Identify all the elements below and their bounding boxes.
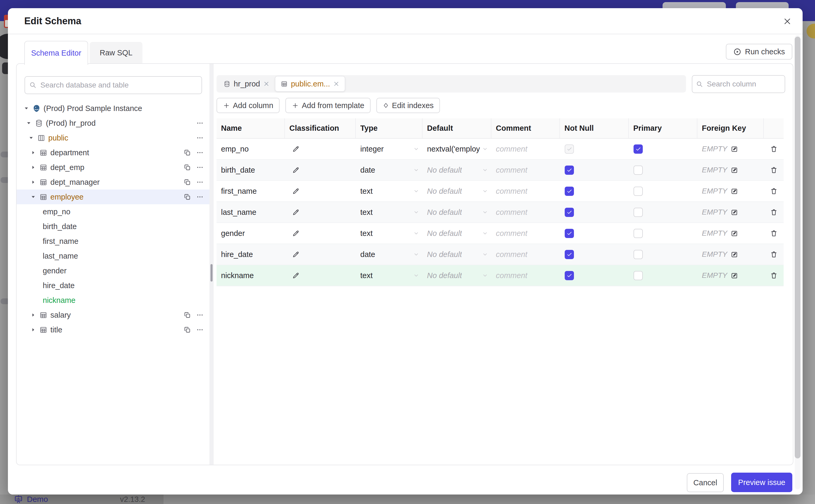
tree-item-column-nickname[interactable]: nickname: [17, 293, 209, 308]
tree-item-table-salary[interactable]: salary: [17, 308, 209, 322]
tree-item-column-emp-no[interactable]: emp_no: [17, 204, 209, 219]
tree-item-column-last-name[interactable]: last_name: [17, 249, 209, 263]
tree-item-instance[interactable]: (Prod) Prod Sample Instance: [17, 101, 209, 116]
tab-schema-editor[interactable]: Schema Editor: [24, 41, 88, 65]
type-select[interactable]: text: [356, 229, 423, 238]
copy-icon[interactable]: [183, 164, 191, 171]
run-checks-button[interactable]: Run checks: [726, 44, 792, 60]
primary-checkbox[interactable]: [634, 208, 643, 217]
comment-input[interactable]: comment: [492, 229, 560, 238]
delete-column-icon[interactable]: [770, 166, 778, 174]
tree-item-table-employee[interactable]: employee: [17, 190, 209, 204]
copy-icon[interactable]: [183, 326, 191, 333]
comment-input[interactable]: comment: [492, 250, 560, 259]
tree-item-table-title[interactable]: title: [17, 322, 209, 337]
not-null-checkbox[interactable]: [565, 271, 574, 280]
more-actions-icon[interactable]: [196, 149, 204, 156]
edit-foreign-key-icon[interactable]: [731, 209, 738, 216]
more-actions-icon[interactable]: [196, 164, 204, 171]
more-actions-icon[interactable]: [196, 311, 204, 319]
edit-indexes-button[interactable]: Edit indexes: [376, 98, 440, 113]
chevron-right-icon[interactable]: [30, 312, 37, 318]
default-select[interactable]: No default: [423, 208, 492, 217]
more-actions-icon[interactable]: [196, 119, 204, 127]
chevron-down-icon[interactable]: [28, 134, 35, 141]
delete-column-icon[interactable]: [770, 229, 778, 237]
preview-issue-button[interactable]: Preview issue: [731, 473, 792, 492]
default-select[interactable]: No default: [423, 229, 492, 238]
chevron-right-icon[interactable]: [30, 326, 37, 333]
more-actions-icon[interactable]: [196, 193, 204, 201]
chevron-down-icon[interactable]: [23, 105, 30, 112]
edit-foreign-key-icon[interactable]: [731, 251, 738, 258]
not-null-checkbox[interactable]: [565, 166, 574, 175]
classification-pencil-icon[interactable]: [292, 209, 300, 216]
tree-item-table-department[interactable]: department: [17, 145, 209, 160]
not-null-checkbox[interactable]: [565, 187, 574, 196]
delete-column-icon[interactable]: [770, 250, 778, 258]
primary-checkbox[interactable]: [634, 187, 643, 196]
edit-foreign-key-icon[interactable]: [731, 187, 738, 195]
chevron-right-icon[interactable]: [30, 149, 37, 156]
default-select[interactable]: No default: [423, 271, 492, 280]
classification-pencil-icon[interactable]: [292, 230, 300, 237]
comment-input[interactable]: comment: [492, 208, 560, 217]
copy-icon[interactable]: [183, 149, 191, 156]
copy-icon[interactable]: [183, 178, 191, 186]
tree-item-column-hire-date[interactable]: hire_date: [17, 278, 209, 293]
copy-icon[interactable]: [183, 193, 191, 201]
type-select[interactable]: date: [356, 250, 423, 259]
primary-checkbox[interactable]: [634, 271, 643, 280]
chevron-down-icon[interactable]: [30, 193, 37, 200]
edit-foreign-key-icon[interactable]: [731, 272, 738, 279]
not-null-checkbox[interactable]: [565, 208, 574, 217]
default-select[interactable]: No default: [423, 250, 492, 259]
comment-input[interactable]: comment: [492, 187, 560, 196]
close-icon[interactable]: [263, 81, 269, 87]
tab-chip-public-employee[interactable]: public.em...: [275, 76, 345, 92]
edit-foreign-key-icon[interactable]: [731, 166, 738, 174]
type-select[interactable]: date: [356, 166, 423, 175]
delete-column-icon[interactable]: [770, 145, 778, 153]
primary-checkbox[interactable]: [634, 166, 643, 175]
chevron-right-icon[interactable]: [30, 164, 37, 171]
column-search-input[interactable]: [706, 80, 781, 89]
chevron-right-icon[interactable]: [30, 179, 37, 186]
delete-column-icon[interactable]: [770, 208, 778, 216]
more-actions-icon[interactable]: [196, 326, 204, 333]
default-select[interactable]: nextval('employ: [423, 145, 492, 153]
database-search-input[interactable]: [40, 81, 197, 90]
tree-item-schema-public[interactable]: public: [17, 130, 209, 145]
cancel-button[interactable]: Cancel: [687, 473, 724, 492]
more-actions-icon[interactable]: [196, 134, 204, 142]
not-null-checkbox[interactable]: [565, 250, 574, 259]
primary-checkbox[interactable]: [634, 250, 643, 259]
primary-checkbox[interactable]: [634, 229, 643, 238]
classification-pencil-icon[interactable]: [292, 187, 300, 195]
default-select[interactable]: No default: [423, 187, 492, 196]
type-select[interactable]: text: [356, 187, 423, 196]
delete-column-icon[interactable]: [770, 187, 778, 195]
chevron-down-icon[interactable]: [25, 120, 32, 127]
tree-item-table-dept-manager[interactable]: dept_manager: [17, 175, 209, 190]
classification-pencil-icon[interactable]: [292, 251, 300, 258]
edit-foreign-key-icon[interactable]: [731, 145, 738, 153]
add-from-template-button[interactable]: Add from template: [285, 98, 370, 113]
primary-checkbox[interactable]: [634, 144, 643, 154]
tab-chip-hr-prod[interactable]: hr_prod: [218, 75, 275, 93]
edit-foreign-key-icon[interactable]: [731, 230, 738, 237]
demo-brand[interactable]: Demo: [14, 495, 48, 504]
tree-item-database-hr-prod[interactable]: (Prod) hr_prod: [17, 116, 209, 130]
panel-resize-handle[interactable]: [210, 264, 212, 282]
modal-scrollbar-thumb[interactable]: [795, 37, 800, 458]
close-icon[interactable]: [782, 16, 793, 27]
type-select[interactable]: text: [356, 208, 423, 217]
close-icon[interactable]: [333, 81, 339, 87]
comment-input[interactable]: comment: [492, 145, 560, 153]
delete-column-icon[interactable]: [770, 272, 778, 279]
comment-input[interactable]: comment: [492, 271, 560, 280]
copy-icon[interactable]: [183, 311, 191, 319]
add-column-button[interactable]: Add column: [216, 98, 279, 113]
classification-pencil-icon[interactable]: [292, 272, 300, 279]
tree-item-column-gender[interactable]: gender: [17, 263, 209, 278]
